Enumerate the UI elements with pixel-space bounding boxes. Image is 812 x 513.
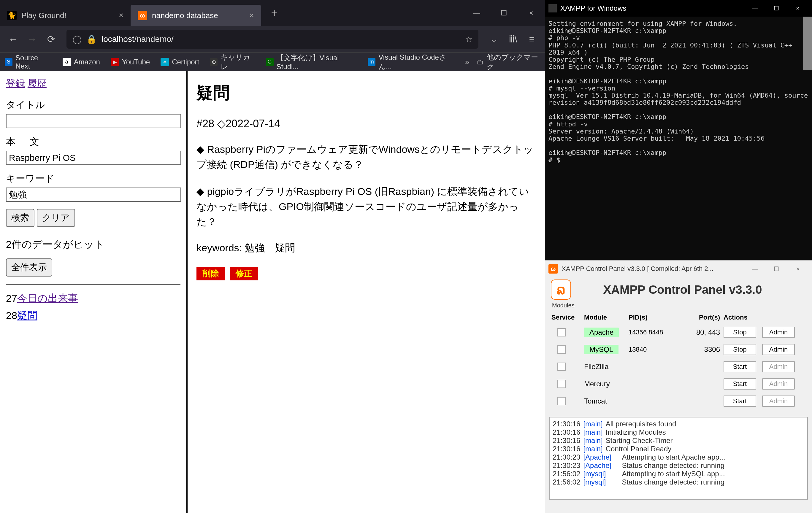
table-row: Apache 14356 8448 80, 443 Stop Admin bbox=[550, 324, 807, 341]
start-button[interactable]: Start bbox=[724, 395, 756, 407]
service-checkbox[interactable] bbox=[557, 328, 566, 336]
url-bar[interactable]: ◯ 🔒 localhost/nandemo/ ☆ bbox=[66, 30, 478, 49]
bookmark-amazon[interactable]: aAmazon bbox=[63, 58, 100, 66]
detail-paragraph: ◆ pigpioライブラリがRaspberry Pi OS (旧Raspbian… bbox=[197, 184, 536, 229]
window-controls: — ☐ × bbox=[463, 0, 545, 26]
xampp-titlebar: ω XAMPP Control Panel v3.3.0 [ Compiled:… bbox=[545, 261, 812, 277]
stop-button[interactable]: Stop bbox=[724, 344, 756, 355]
tab-playground[interactable]: 🐈 Play Ground! × bbox=[0, 5, 130, 26]
maximize-button[interactable]: ☐ bbox=[490, 0, 518, 26]
input-title[interactable] bbox=[6, 114, 181, 128]
xampp-log[interactable]: 21:30:16 [main] All prerequisites found2… bbox=[549, 417, 808, 500]
bookmark-certiport[interactable]: ✶Certiport bbox=[161, 58, 199, 66]
reload-button[interactable]: ⟳ bbox=[43, 31, 59, 48]
tabs: 🐈 Play Ground! × ω nandemo database × + bbox=[0, 0, 463, 26]
module-badge: Apache bbox=[584, 328, 619, 337]
module-badge: MySQL bbox=[584, 345, 618, 354]
pocket-icon[interactable]: ⌵ bbox=[486, 31, 502, 48]
search-button[interactable]: 検索 bbox=[6, 209, 34, 227]
bookmark-star-icon[interactable]: ☆ bbox=[465, 34, 472, 44]
library-icon[interactable]: ⅲ\ bbox=[504, 31, 521, 48]
log-line: 21:30:16 [main] Starting Check-Timer bbox=[553, 436, 804, 445]
result-item: 27今日の出来事 bbox=[6, 292, 180, 305]
xampp-table: Service Module PID(s) Port(s) Actions Ap… bbox=[545, 309, 812, 412]
xampp-icon: ω bbox=[548, 264, 558, 274]
maximize-button[interactable]: ☐ bbox=[766, 0, 787, 17]
other-bookmarks[interactable]: 🗀他のブックマーク bbox=[476, 53, 540, 71]
bookmark-icon: ✶ bbox=[161, 58, 169, 66]
detail-meta: #28 ◇2022-07-14 bbox=[197, 118, 536, 130]
menu-icon[interactable]: ≡ bbox=[524, 31, 540, 48]
bookmark-vscode[interactable]: mVisual Studio Codeさん... bbox=[368, 53, 454, 71]
overflow-icon[interactable]: » bbox=[465, 57, 469, 67]
tab-nandemo[interactable]: ω nandemo database × bbox=[130, 5, 261, 26]
clear-button[interactable]: クリア bbox=[37, 209, 75, 227]
table-row: Mercury Start Admin bbox=[550, 375, 807, 393]
log-line: 21:30:16 [main] Initializing Modules bbox=[553, 428, 804, 436]
modules-label: Modules bbox=[545, 302, 812, 309]
bookmark-caricare[interactable]: ⊕キャリカレ bbox=[210, 53, 255, 71]
service-checkbox[interactable] bbox=[557, 345, 566, 354]
delete-button[interactable]: 削除 bbox=[197, 267, 225, 280]
result-link[interactable]: 今日の出来事 bbox=[17, 293, 78, 304]
admin-button[interactable]: Admin bbox=[762, 344, 795, 355]
show-all-button[interactable]: 全件表示 bbox=[6, 259, 52, 276]
service-checkbox[interactable] bbox=[557, 380, 566, 388]
port-cell: 80, 443 bbox=[668, 328, 722, 336]
log-line: 21:56:02 [mysql] Attempting to start MyS… bbox=[553, 470, 804, 478]
shield-icon: ◯ bbox=[72, 34, 82, 44]
detail-keywords: keywords: 勉強 疑問 bbox=[197, 241, 536, 255]
close-button[interactable]: × bbox=[787, 261, 808, 277]
edit-button[interactable]: 修正 bbox=[230, 267, 258, 280]
close-icon[interactable]: × bbox=[119, 11, 123, 20]
input-body[interactable] bbox=[6, 151, 181, 165]
log-line: 21:30:23 [Apache] Status change detected… bbox=[553, 461, 804, 470]
terminal-icon bbox=[548, 4, 557, 12]
log-line: 21:56:02 [mysql] Status change detected:… bbox=[553, 478, 804, 486]
input-keyword[interactable] bbox=[6, 187, 181, 202]
scrollbar[interactable] bbox=[803, 17, 812, 70]
table-header: Service Module PID(s) Port(s) Actions bbox=[550, 311, 807, 324]
xampp-title: XAMPP Control Panel v3.3.0 [ Compiled: A… bbox=[561, 265, 744, 273]
maximize-button[interactable]: ☐ bbox=[766, 261, 787, 277]
admin-button: Admin bbox=[762, 361, 795, 372]
close-button[interactable]: × bbox=[787, 0, 808, 17]
link-register[interactable]: 登録 bbox=[6, 78, 25, 89]
close-button[interactable]: × bbox=[518, 0, 545, 26]
start-button[interactable]: Start bbox=[724, 378, 756, 390]
folder-icon: 🗀 bbox=[476, 58, 484, 66]
minimize-button[interactable]: — bbox=[744, 0, 766, 17]
bookmark-youtube[interactable]: ▶YouTube bbox=[111, 58, 150, 66]
table-row: Tomcat Start Admin bbox=[550, 393, 807, 410]
forward-button[interactable]: → bbox=[24, 31, 40, 48]
label-title: タイトル bbox=[6, 98, 180, 112]
table-row: MySQL 13840 3306 Stop Admin bbox=[550, 341, 807, 358]
start-button[interactable]: Start bbox=[724, 361, 756, 372]
service-checkbox[interactable] bbox=[557, 397, 566, 405]
browser-titlebar: 🐈 Play Ground! × ω nandemo database × + … bbox=[0, 0, 545, 26]
hit-count: 2件のデータがヒット bbox=[6, 238, 180, 251]
terminal-output[interactable]: Setting environment for using XAMPP for … bbox=[545, 17, 812, 260]
bookmark-sourcenext[interactable]: SSource Next bbox=[5, 54, 52, 70]
xampp-icon: ω bbox=[138, 11, 147, 20]
new-tab-button[interactable]: + bbox=[266, 5, 283, 21]
xampp-logo: ລ bbox=[551, 279, 571, 300]
bookmark-icon: S bbox=[5, 58, 12, 66]
bookmarks-bar: SSource Next aAmazon ▶YouTube ✶Certiport… bbox=[0, 52, 545, 71]
minimize-button[interactable]: — bbox=[744, 261, 766, 277]
bookmark-icon: G bbox=[266, 58, 273, 66]
link-history[interactable]: 履歴 bbox=[28, 78, 47, 89]
minimize-button[interactable]: — bbox=[463, 0, 490, 26]
bookmark-vs[interactable]: G【文字化け】Visual Studi... bbox=[266, 53, 357, 71]
detail-paragraph: ◆ Raspberry Piのファームウェア更新でWindowsとのリモートデス… bbox=[197, 142, 536, 172]
admin-button[interactable]: Admin bbox=[762, 327, 795, 338]
xampp-header: ລ XAMPP Control Panel v3.3.0 bbox=[545, 277, 812, 302]
back-button[interactable]: ← bbox=[5, 31, 21, 48]
service-checkbox[interactable] bbox=[557, 363, 566, 371]
stop-button[interactable]: Stop bbox=[724, 327, 756, 338]
result-link[interactable]: 疑問 bbox=[17, 310, 37, 321]
close-icon[interactable]: × bbox=[249, 11, 254, 20]
result-item: 28疑問 bbox=[6, 309, 180, 323]
terminal-title: XAMPP for Windows bbox=[560, 4, 744, 12]
lock-icon: 🔒 bbox=[86, 34, 97, 44]
